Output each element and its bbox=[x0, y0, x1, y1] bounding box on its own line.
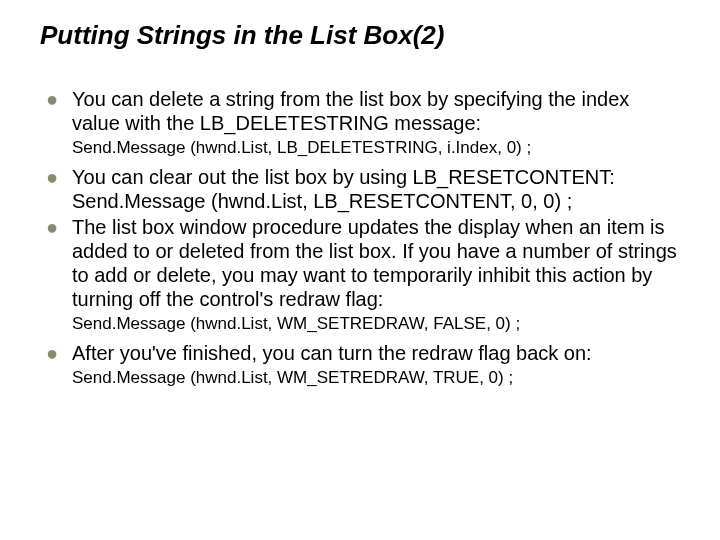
bullet-icon: ● bbox=[40, 341, 72, 365]
bullet-icon: ● bbox=[40, 215, 72, 311]
code-line: Send.Message (hwnd.List, LB_DELETESTRING… bbox=[40, 137, 680, 159]
list-item: ● You can clear out the list box by usin… bbox=[40, 165, 680, 213]
bullet-text: After you've finished, you can turn the … bbox=[72, 341, 680, 365]
bullet-text: You can clear out the list box by using … bbox=[72, 165, 680, 213]
slide-title: Putting Strings in the List Box(2) bbox=[40, 20, 680, 51]
list-item: ● The list box window procedure updates … bbox=[40, 215, 680, 311]
code-line: Send.Message (hwnd.List, WM_SETREDRAW, T… bbox=[40, 367, 680, 389]
bullet-icon: ● bbox=[40, 87, 72, 135]
bullet-icon: ● bbox=[40, 165, 72, 213]
list-item: ● After you've finished, you can turn th… bbox=[40, 341, 680, 365]
bullet-text: You can delete a string from the list bo… bbox=[72, 87, 680, 135]
slide-body: ● You can delete a string from the list … bbox=[40, 87, 680, 389]
list-item: ● You can delete a string from the list … bbox=[40, 87, 680, 135]
bullet-text: The list box window procedure updates th… bbox=[72, 215, 680, 311]
code-line: Send.Message (hwnd.List, WM_SETREDRAW, F… bbox=[40, 313, 680, 335]
